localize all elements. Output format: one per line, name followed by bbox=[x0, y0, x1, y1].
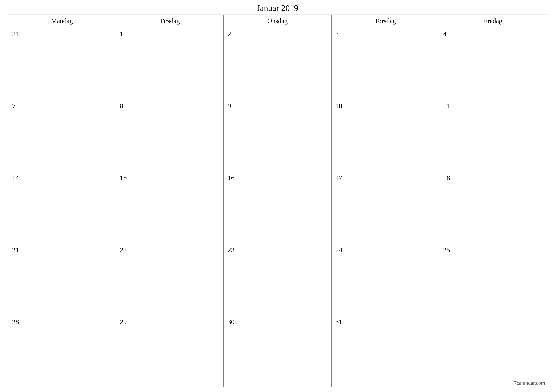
week-row: 7 8 9 10 11 bbox=[8, 99, 547, 171]
weekday-header: Fredag bbox=[439, 15, 547, 27]
day-cell: 8 bbox=[116, 99, 224, 171]
day-cell: 7 bbox=[8, 99, 116, 171]
day-cell: 9 bbox=[224, 99, 331, 171]
day-cell: 16 bbox=[224, 171, 331, 243]
calendar-grid: Mandag Tirsdag Onsdag Torsdag Fredag 31 … bbox=[8, 14, 547, 387]
day-cell: 30 bbox=[224, 315, 331, 387]
calendar-title: Januar 2019 bbox=[8, 3, 547, 13]
day-cell: 11 bbox=[439, 99, 547, 171]
week-row: 21 22 23 24 25 bbox=[8, 243, 547, 315]
day-cell: 14 bbox=[8, 171, 116, 243]
day-cell: 31 bbox=[8, 27, 116, 99]
day-cell: 23 bbox=[224, 243, 331, 315]
day-cell: 3 bbox=[332, 27, 439, 99]
week-row: 14 15 16 17 18 bbox=[8, 171, 547, 243]
day-cell: 18 bbox=[439, 171, 547, 243]
week-row: 31 1 2 3 4 bbox=[8, 27, 547, 99]
day-cell: 22 bbox=[116, 243, 224, 315]
weekday-header: Mandag bbox=[8, 15, 116, 27]
week-row: 28 29 30 31 1 bbox=[8, 315, 547, 387]
day-cell: 15 bbox=[116, 171, 224, 243]
day-cell: 28 bbox=[8, 315, 116, 387]
day-cell: 24 bbox=[332, 243, 439, 315]
weekday-header: Onsdag bbox=[224, 15, 331, 27]
day-cell: 29 bbox=[116, 315, 224, 387]
weekday-header: Torsdag bbox=[332, 15, 439, 27]
day-cell: 2 bbox=[224, 27, 331, 99]
weekday-header-row: Mandag Tirsdag Onsdag Torsdag Fredag bbox=[8, 15, 547, 27]
day-cell: 17 bbox=[332, 171, 439, 243]
day-cell: 25 bbox=[439, 243, 547, 315]
day-cell: 10 bbox=[332, 99, 439, 171]
footer-credit: 7calendar.com bbox=[514, 380, 545, 386]
day-cell: 4 bbox=[439, 27, 547, 99]
weekday-header: Tirsdag bbox=[116, 15, 224, 27]
day-cell: 21 bbox=[8, 243, 116, 315]
day-cell: 31 bbox=[332, 315, 439, 387]
day-cell: 1 bbox=[116, 27, 224, 99]
day-cell: 1 bbox=[439, 315, 547, 387]
